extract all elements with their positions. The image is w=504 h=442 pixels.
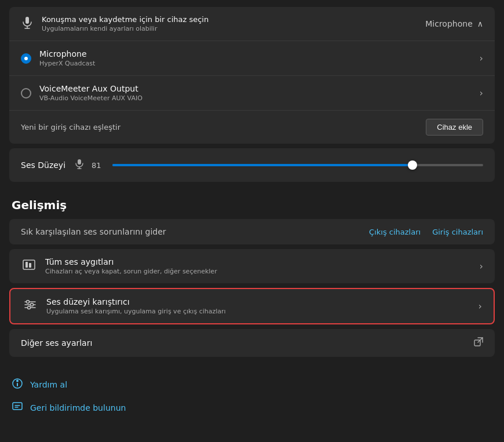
svg-rect-7 [25,262,28,268]
feedback-icon [12,401,23,415]
mixer-card[interactable]: Ses düzeyi karıştırıcı Uygulama sesi kar… [9,288,495,324]
microphone-sub: HyperX Quadcast [39,60,95,67]
add-device-row: Yeni bir giriş cihazı eşleştir Cihaz ekl… [9,111,495,144]
all-devices-title: Tüm ses aygıtları [45,257,217,266]
chevron-down-icon: ∧ [477,19,483,28]
feedback-link-item[interactable]: Geri bildirimde bulunun [9,396,495,419]
selected-device-name: Microphone [425,19,473,28]
all-devices-chevron-icon: › [480,261,483,272]
input-devices-link[interactable]: Giriş cihazları [432,228,483,236]
volume-fill [112,164,412,166]
volume-mic-icon [74,159,85,171]
device-header-subtitle: Uygulamaların kendi ayarları olabilir [42,25,209,32]
voicemeeter-info: VoiceMeeter Aux Output VB-Audio VoiceMee… [39,84,143,102]
volume-number: 81 [92,161,105,170]
mixer-chevron-icon: › [479,301,482,312]
device-header-text: Konuşma veya kaydetme için bir cihaz seç… [42,15,209,32]
all-devices-card[interactable]: Tüm ses aygıtları Cihazları aç veya kapa… [9,249,495,283]
help-link-text: Yardım al [30,380,67,389]
svg-rect-3 [78,159,81,165]
voicemeeter-item-left: VoiceMeeter Aux Output VB-Audio VoiceMee… [21,84,143,102]
voicemeeter-name: VoiceMeeter Aux Output [39,84,143,93]
svg-point-12 [27,301,30,304]
settings-page: Konuşma veya kaydetme için bir cihaz seç… [0,7,504,429]
device-header-right[interactable]: Microphone ∧ [425,19,483,28]
microphone-radio[interactable] [21,53,31,64]
all-devices-icon [21,257,37,275]
troubleshoot-card: Sık karşılaşılan ses sorunlarını gider Ç… [9,219,495,244]
microphone-info: Microphone HyperX Quadcast [39,49,95,67]
mixer-title: Ses düzeyi karıştırıcı [46,297,226,306]
all-devices-subtitle: Cihazları aç veya kapat, sorun gider, di… [45,268,217,275]
volume-row: Ses Düzeyi 81 [21,159,483,171]
device-header: Konuşma veya kaydetme için bir cihaz seç… [9,7,495,41]
svg-rect-8 [29,263,31,268]
device-header-title: Konuşma veya kaydetme için bir cihaz seç… [42,15,209,24]
mixer-left: Ses düzeyi karıştırıcı Uygulama sesi kar… [22,297,226,315]
svg-point-18 [16,380,19,382]
troubleshoot-label: Sık karşılaşılan ses sorunlarını gider [21,227,166,236]
help-link-item[interactable]: Yardım al [9,373,495,396]
other-settings-card[interactable]: Diğer ses ayarları [9,329,495,357]
volume-section: Ses Düzeyi 81 [9,148,495,182]
svg-point-14 [28,306,31,309]
mixer-text: Ses düzeyi karıştırıcı Uygulama sesi kar… [46,297,226,315]
footer-links: Yardım al Geri bildirimde bulunun [0,368,504,429]
output-devices-link[interactable]: Çıkış cihazları [369,228,421,236]
microphone-chevron-icon: › [480,53,483,64]
voicemeeter-sub: VB-Audio VoiceMeeter AUX VAIO [39,94,143,102]
volume-label: Ses Düzeyi [21,160,67,170]
add-device-button[interactable]: Cihaz ekle [426,119,483,136]
microphone-item[interactable]: Microphone HyperX Quadcast › [9,41,495,76]
add-device-label: Yeni bir giriş cihazı eşleştir [21,123,120,131]
external-link-icon [474,337,483,349]
microphone-header-icon [21,16,34,31]
microphone-item-left: Microphone HyperX Quadcast [21,49,95,67]
svg-rect-20 [13,403,22,410]
svg-rect-0 [25,17,29,24]
volume-thumb[interactable] [408,160,417,170]
device-header-left: Konuşma veya kaydetme için bir cihaz seç… [21,15,209,32]
volume-slider[interactable] [112,164,483,166]
advanced-heading: Gelişmiş [0,187,504,219]
device-selector-card: Konuşma veya kaydetme için bir cihaz seç… [9,7,495,144]
all-devices-text: Tüm ses aygıtları Cihazları aç veya kapa… [45,257,217,275]
feedback-link-text: Geri bildirimde bulunun [30,403,126,412]
svg-rect-19 [17,383,18,386]
troubleshoot-links: Çıkış cihazları Giriş cihazları [369,228,483,236]
voicemeeter-chevron-icon: › [480,87,483,98]
all-devices-left: Tüm ses aygıtları Cihazları aç veya kapa… [21,257,217,275]
voicemeeter-item[interactable]: VoiceMeeter Aux Output VB-Audio VoiceMee… [9,76,495,111]
svg-point-13 [31,304,34,306]
microphone-name: Microphone [39,49,95,59]
voicemeeter-radio[interactable] [21,88,31,98]
other-settings-label: Diğer ses ayarları [21,338,92,348]
mixer-subtitle: Uygulama sesi karışımı, uygulama giriş v… [46,308,226,315]
mixer-icon [22,297,38,315]
help-icon [12,378,23,392]
